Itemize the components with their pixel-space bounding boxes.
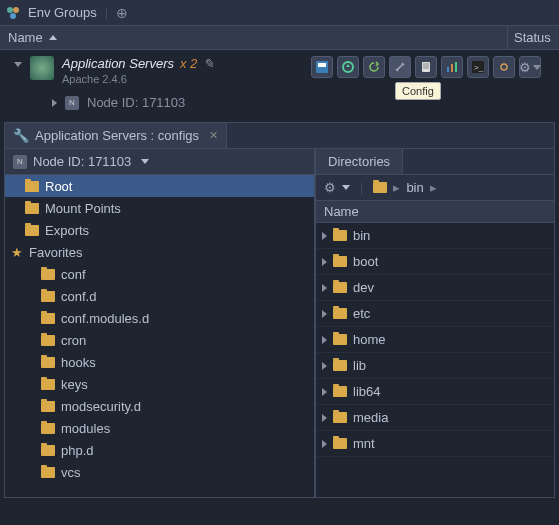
tree-exports[interactable]: Exports bbox=[5, 219, 314, 241]
tree-item[interactable]: conf.d bbox=[5, 285, 314, 307]
tab-label: Directories bbox=[328, 154, 390, 169]
dir-label: home bbox=[353, 332, 386, 347]
tree-item[interactable]: vcs bbox=[5, 461, 314, 483]
star-icon: ★ bbox=[11, 245, 23, 260]
dropdown-icon bbox=[141, 159, 149, 164]
folder-icon bbox=[41, 269, 55, 280]
directory-row[interactable]: lib64 bbox=[316, 379, 554, 405]
tooltip: Config bbox=[395, 82, 441, 100]
tree-item[interactable]: keys bbox=[5, 373, 314, 395]
directory-row[interactable]: boot bbox=[316, 249, 554, 275]
expand-icon[interactable] bbox=[322, 414, 327, 422]
expand-icon[interactable] bbox=[14, 62, 22, 67]
expand-icon[interactable] bbox=[322, 232, 327, 240]
svg-rect-11 bbox=[451, 64, 453, 72]
tree-item[interactable]: cron bbox=[5, 329, 314, 351]
folder-icon bbox=[25, 181, 39, 192]
tree-root[interactable]: Root bbox=[5, 175, 314, 197]
name-col-label: Name bbox=[324, 204, 359, 219]
directory-row[interactable]: home bbox=[316, 327, 554, 353]
tree-item[interactable]: conf.modules.d bbox=[5, 307, 314, 329]
directory-row[interactable]: lib bbox=[316, 353, 554, 379]
folder-icon bbox=[333, 230, 347, 241]
expand-icon[interactable] bbox=[322, 440, 327, 448]
expand-icon[interactable] bbox=[322, 258, 327, 266]
tree-label: modsecurity.d bbox=[61, 399, 141, 414]
folder-icon bbox=[25, 225, 39, 236]
ssh-button[interactable]: >_ bbox=[467, 56, 489, 78]
folder-icon bbox=[41, 357, 55, 368]
directory-row[interactable]: dev bbox=[316, 275, 554, 301]
tree-mount-points[interactable]: Mount Points bbox=[5, 197, 314, 219]
tree-label: Exports bbox=[45, 223, 89, 238]
directory-row[interactable]: mnt bbox=[316, 431, 554, 457]
chevron-right-icon: ▸ bbox=[393, 180, 400, 195]
node-id-label: Node ID: 171103 bbox=[87, 95, 185, 110]
expand-icon[interactable] bbox=[322, 362, 327, 370]
breadcrumb-item[interactable]: bin bbox=[406, 180, 423, 195]
open-browser-button[interactable] bbox=[311, 56, 333, 78]
tree-label: hooks bbox=[61, 355, 96, 370]
tab-configs[interactable]: 🔧 Application Servers : configs ✕ bbox=[5, 123, 227, 148]
settings-menu-button[interactable]: ⚙ bbox=[324, 180, 350, 195]
close-tab-icon[interactable]: ✕ bbox=[205, 129, 218, 142]
directory-row[interactable]: bin bbox=[316, 223, 554, 249]
folder-icon[interactable] bbox=[373, 182, 387, 193]
folder-icon bbox=[41, 335, 55, 346]
expand-node-icon[interactable] bbox=[52, 99, 57, 107]
statistics-button[interactable] bbox=[441, 56, 463, 78]
config-button[interactable] bbox=[389, 56, 411, 78]
dir-label: lib64 bbox=[353, 384, 380, 399]
folder-icon bbox=[333, 412, 347, 423]
expand-icon[interactable] bbox=[322, 336, 327, 344]
tree-item[interactable]: hooks bbox=[5, 351, 314, 373]
svg-point-0 bbox=[7, 7, 13, 13]
tree-label: conf.d bbox=[61, 289, 96, 304]
directory-row[interactable]: media bbox=[316, 405, 554, 431]
deploy-button[interactable] bbox=[337, 56, 359, 78]
folder-icon bbox=[333, 334, 347, 345]
tree-item[interactable]: modules bbox=[5, 417, 314, 439]
divider: | bbox=[360, 180, 363, 195]
wrench-icon: 🔧 bbox=[13, 128, 29, 143]
status-col-label: Status bbox=[514, 30, 551, 45]
folder-icon bbox=[333, 438, 347, 449]
dir-label: boot bbox=[353, 254, 378, 269]
action-toolbar: >_ ⚙ Config bbox=[311, 56, 551, 78]
tree-item[interactable]: conf bbox=[5, 263, 314, 285]
dir-label: mnt bbox=[353, 436, 375, 451]
tree-item[interactable]: modsecurity.d bbox=[5, 395, 314, 417]
settings-button[interactable]: ⚙ bbox=[519, 56, 541, 78]
folder-icon bbox=[333, 308, 347, 319]
chevron-right-icon: ▸ bbox=[430, 180, 437, 195]
folder-icon bbox=[41, 423, 55, 434]
dir-label: etc bbox=[353, 306, 370, 321]
tree-label: conf bbox=[61, 267, 86, 282]
column-header-name[interactable]: Name bbox=[316, 201, 554, 223]
restart-button[interactable] bbox=[363, 56, 385, 78]
expand-icon[interactable] bbox=[322, 388, 327, 396]
folder-icon bbox=[41, 313, 55, 324]
dir-label: lib bbox=[353, 358, 366, 373]
env-groups-label: Env Groups bbox=[28, 5, 97, 20]
app-title: Application Servers bbox=[62, 56, 174, 71]
expand-icon[interactable] bbox=[322, 284, 327, 292]
tab-directories[interactable]: Directories bbox=[316, 149, 403, 174]
svg-rect-10 bbox=[447, 67, 449, 72]
column-header-status[interactable]: Status bbox=[507, 26, 559, 49]
column-header-name[interactable]: Name bbox=[0, 30, 507, 45]
edit-icon[interactable]: ✎ bbox=[203, 56, 214, 71]
node-header-label: Node ID: 171103 bbox=[33, 154, 131, 169]
svg-text:>_: >_ bbox=[474, 63, 484, 72]
node-icon: N bbox=[13, 155, 27, 169]
add-env-group-button[interactable]: ⊕ bbox=[116, 5, 128, 21]
addons-button[interactable] bbox=[493, 56, 515, 78]
node-selector[interactable]: N Node ID: 171103 bbox=[5, 149, 314, 175]
svg-point-2 bbox=[10, 13, 16, 19]
tree-item[interactable]: php.d bbox=[5, 439, 314, 461]
directory-row[interactable]: etc bbox=[316, 301, 554, 327]
expand-icon[interactable] bbox=[322, 310, 327, 318]
folder-icon bbox=[333, 256, 347, 267]
log-button[interactable] bbox=[415, 56, 437, 78]
tree-favorites[interactable]: ★ Favorites bbox=[5, 241, 314, 263]
